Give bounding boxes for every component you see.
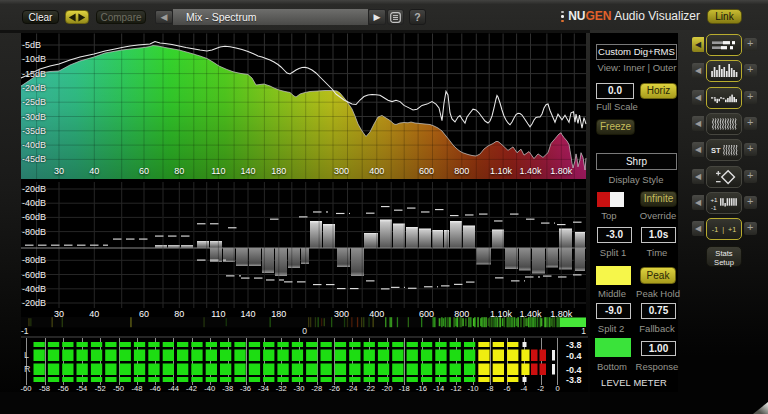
svg-text:-50: -50 [113, 384, 124, 393]
svg-text:-6: -6 [504, 384, 511, 393]
svg-text:-45dB: -45dB [22, 154, 46, 164]
svg-text:1.80k: 1.80k [550, 166, 573, 176]
svg-text:-20dB: -20dB [22, 298, 46, 308]
svg-text:-46: -46 [150, 384, 161, 393]
svg-text:-16: -16 [416, 384, 427, 393]
svg-text:-52: -52 [95, 384, 106, 393]
svg-text:-24: -24 [347, 384, 358, 393]
svg-text:1.40k: 1.40k [519, 166, 542, 176]
svg-text:-25dB: -25dB [22, 97, 46, 107]
svg-text:-44: -44 [168, 384, 179, 393]
svg-text:-30dB: -30dB [22, 112, 46, 122]
svg-text:-34: -34 [258, 384, 269, 393]
svg-text:0: 0 [302, 326, 307, 336]
svg-text:-40dB: -40dB [22, 140, 46, 150]
svg-text:-1: -1 [21, 326, 29, 336]
svg-text:-10dB: -10dB [22, 54, 46, 64]
svg-text:140: 140 [240, 166, 255, 176]
svg-text:-54: -54 [76, 384, 87, 393]
svg-text:30: 30 [54, 166, 64, 176]
svg-text:-60dB: -60dB [22, 270, 46, 280]
svg-text:-60dB: -60dB [22, 212, 46, 222]
svg-text:300: 300 [334, 166, 349, 176]
svg-text:-4: -4 [521, 384, 528, 393]
svg-text:+1: +1 [711, 196, 719, 203]
svg-text:-18: -18 [399, 384, 410, 393]
svg-text:-35dB: -35dB [22, 126, 46, 136]
svg-text:-30: -30 [294, 384, 305, 393]
svg-text:L: L [24, 350, 29, 360]
svg-text:-40: -40 [204, 384, 215, 393]
svg-text:-40dB: -40dB [22, 284, 46, 294]
svg-text:-20: -20 [381, 384, 392, 393]
svg-text:1.10k: 1.10k [490, 166, 513, 176]
svg-text:-60: -60 [20, 384, 31, 393]
svg-text:0: 0 [555, 384, 559, 393]
svg-text:-1: -1 [711, 204, 717, 211]
svg-text:-42: -42 [186, 384, 197, 393]
svg-text:400: 400 [369, 166, 384, 176]
svg-text:-32: -32 [276, 384, 287, 393]
svg-text:-8: -8 [487, 384, 494, 393]
svg-text:110: 110 [211, 166, 225, 176]
svg-text:-80dB: -80dB [22, 227, 46, 237]
svg-text:40: 40 [89, 166, 99, 176]
svg-text:-40dB: -40dB [22, 198, 46, 208]
svg-text:800: 800 [454, 166, 469, 176]
svg-text:ST: ST [711, 146, 721, 155]
svg-text:-14: -14 [433, 384, 444, 393]
svg-text:-22: -22 [364, 384, 375, 393]
svg-text:-48: -48 [132, 384, 143, 393]
svg-text:600: 600 [419, 166, 434, 176]
svg-text:-0.4: -0.4 [566, 351, 582, 361]
svg-text:-15dB: -15dB [22, 69, 46, 79]
svg-text:-3.8: -3.8 [566, 340, 582, 350]
svg-text:180: 180 [271, 166, 286, 176]
svg-text:-38: -38 [222, 384, 233, 393]
svg-text:80: 80 [174, 166, 184, 176]
svg-text:-28: -28 [311, 384, 322, 393]
svg-text:-26: -26 [329, 384, 340, 393]
svg-text:R: R [24, 364, 31, 374]
svg-text:-12: -12 [450, 384, 461, 393]
svg-text:-1 | +1: -1 | +1 [712, 225, 736, 234]
svg-text:-36: -36 [240, 384, 251, 393]
svg-text:-80dB: -80dB [22, 255, 46, 265]
svg-text:-20dB: -20dB [22, 83, 46, 93]
svg-text:-10: -10 [468, 384, 479, 393]
svg-text:-2: -2 [537, 384, 544, 393]
svg-text:-56: -56 [58, 384, 69, 393]
svg-text:-20dB: -20dB [22, 184, 46, 194]
svg-text:-5dB: -5dB [22, 40, 41, 50]
svg-text:60: 60 [139, 166, 149, 176]
svg-text:-58: -58 [39, 384, 50, 393]
